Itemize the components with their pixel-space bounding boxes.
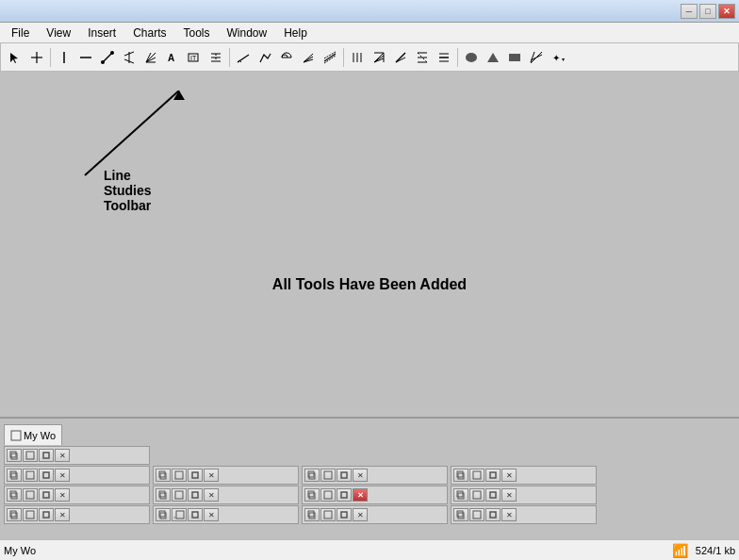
angle-line-tool[interactable] <box>233 47 254 68</box>
title-bar: ─ □ ✕ <box>0 0 739 23</box>
wc-m2-btn[interactable] <box>172 469 187 482</box>
speed-lines-tool[interactable] <box>369 47 389 68</box>
ellipse-tool[interactable] <box>461 47 482 68</box>
polyline-tool[interactable] <box>255 47 275 68</box>
wc-r7-btn[interactable] <box>304 488 320 502</box>
gann-lines-tool[interactable] <box>390 47 411 68</box>
svg-rect-104 <box>324 511 332 519</box>
wc-c5-btn[interactable]: ✕ <box>55 488 70 502</box>
wc-r5-btn[interactable] <box>7 488 22 502</box>
wc-mx2-btn[interactable] <box>188 469 203 482</box>
wc-mx4-btn[interactable] <box>485 469 501 482</box>
fibonacci-retracement-tool[interactable] <box>205 47 226 68</box>
wc-m11-btn[interactable] <box>320 508 336 521</box>
cycle-lines-tool[interactable] <box>347 47 368 68</box>
wc-c7-red-btn[interactable]: ✕ <box>353 488 368 502</box>
wc-r3-btn[interactable] <box>304 469 320 482</box>
wc-r12-btn[interactable] <box>453 508 468 521</box>
menu-insert[interactable]: Insert <box>80 25 123 41</box>
menu-tools[interactable]: Tools <box>176 25 218 41</box>
wc-m8-btn[interactable] <box>469 488 484 502</box>
wc-m6-btn[interactable]: , <box>172 488 187 502</box>
wc-c8-btn[interactable]: ✕ <box>501 488 517 502</box>
menu-help[interactable]: Help <box>276 25 315 41</box>
wc-m9-btn[interactable] <box>23 508 38 521</box>
wc-r10-btn[interactable] <box>156 508 171 521</box>
wc-m4-btn[interactable] <box>469 469 484 482</box>
crosshair-tool[interactable] <box>26 47 47 68</box>
wc-c6-btn[interactable]: ✕ <box>204 488 219 502</box>
wc-c-btn[interactable]: ✕ <box>55 469 70 482</box>
toolbar-separator-1 <box>50 48 51 67</box>
tab-my-wo[interactable]: My Wo <box>4 424 62 445</box>
minimize-button[interactable]: ─ <box>681 4 698 19</box>
svg-rect-49 <box>509 54 520 61</box>
window-row-4: ✕ , ✕ ✕ ✕ <box>4 505 735 524</box>
svg-text:IT: IT <box>190 55 197 61</box>
window-row-2: ✕ ✕ ✕ ✕ <box>4 466 735 485</box>
wc-restore-btn[interactable] <box>7 449 22 462</box>
trendline-tool[interactable] <box>97 47 118 68</box>
wc-mx11-btn[interactable] <box>337 508 352 521</box>
andrews-pitchfork-tool[interactable] <box>119 47 140 68</box>
fibonacci-fan-tool[interactable] <box>298 47 319 68</box>
quadrant-lines-tool[interactable] <box>412 47 433 68</box>
raff-regression-tool[interactable] <box>526 47 547 68</box>
wc-m10-btn[interactable]: , <box>172 508 187 521</box>
wc-mx-btn[interactable] <box>39 469 54 482</box>
rectangle-tool[interactable] <box>504 47 525 68</box>
tirone-levels-tool[interactable] <box>434 47 454 68</box>
wc-c2-btn[interactable]: ✕ <box>204 469 219 482</box>
price-label-tool[interactable]: IT <box>184 47 205 68</box>
menu-window[interactable]: Window <box>220 25 275 41</box>
wc-mx6-btn[interactable] <box>188 488 203 502</box>
wc-m5-btn[interactable] <box>23 488 38 502</box>
wc-r11-btn[interactable] <box>304 508 320 521</box>
wc-c12-btn[interactable]: ✕ <box>501 508 517 521</box>
wc-c11-btn[interactable]: ✕ <box>353 508 368 521</box>
wc-r4-btn[interactable] <box>453 469 468 482</box>
close-button[interactable]: ✕ <box>718 4 735 19</box>
menu-charts[interactable]: Charts <box>125 25 173 41</box>
menu-file[interactable]: File <box>4 25 37 41</box>
wc-r-btn[interactable] <box>7 469 22 482</box>
triangle-tool[interactable] <box>483 47 503 68</box>
wc-c3-btn[interactable]: ✕ <box>353 469 368 482</box>
text-tool[interactable]: A <box>162 47 183 68</box>
vline-tool[interactable] <box>54 47 74 68</box>
wc-close-btn[interactable]: ✕ <box>55 449 70 462</box>
menu-view[interactable]: View <box>39 25 78 41</box>
maximize-button[interactable]: □ <box>699 4 716 19</box>
wc-m7-btn[interactable] <box>320 488 336 502</box>
wc-r8-btn[interactable] <box>453 488 468 502</box>
svg-rect-109 <box>490 512 496 518</box>
wc-mx8-btn[interactable] <box>485 488 501 502</box>
svg-line-29 <box>324 56 336 63</box>
wc-r6-btn[interactable] <box>156 488 171 502</box>
window-cell-3-4: ✕ <box>451 486 597 504</box>
fibonacci-arc-tool[interactable] <box>276 47 297 68</box>
wc-mx3-btn[interactable] <box>337 469 352 482</box>
wc-max-btn[interactable] <box>39 449 54 462</box>
linear-regression-tool[interactable] <box>320 47 340 68</box>
hline-tool[interactable] <box>75 47 96 68</box>
cursor-tool[interactable] <box>5 47 25 68</box>
svg-point-7 <box>110 51 114 55</box>
wc-r9-btn[interactable] <box>7 508 22 521</box>
wc-mx10-btn[interactable] <box>188 508 203 521</box>
wc-m-btn[interactable] <box>23 469 38 482</box>
wc-mx5-btn[interactable] <box>39 488 54 502</box>
wc-r2-btn[interactable] <box>156 469 171 482</box>
wc-c4-btn[interactable]: ✕ <box>501 469 517 482</box>
wc-c9-btn[interactable]: ✕ <box>55 508 70 521</box>
wc-mx9-btn[interactable] <box>39 508 54 521</box>
gann-fan-tool[interactable] <box>140 47 161 68</box>
wc-m3-btn[interactable] <box>320 469 336 482</box>
window-cell-2-1: ✕ <box>4 466 150 485</box>
more-tools-button[interactable]: ✦ <box>548 47 568 68</box>
wc-m12-btn[interactable] <box>469 508 484 521</box>
wc-c10-btn[interactable]: ✕ <box>204 508 219 521</box>
wc-mx7-btn[interactable] <box>337 488 352 502</box>
wc-mx12-btn[interactable] <box>485 508 501 521</box>
wc-min-btn[interactable] <box>23 449 38 462</box>
